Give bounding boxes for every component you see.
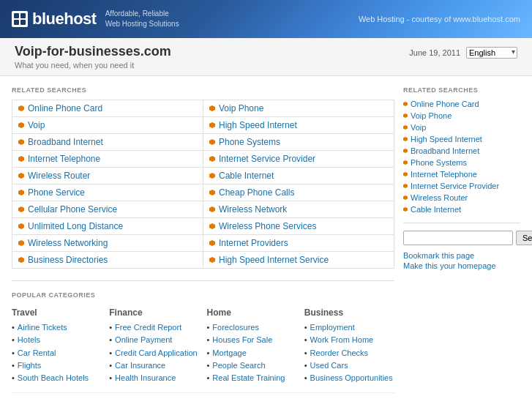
rs-link-wireless-network[interactable]: Wireless Network [209,204,388,215]
rs-link-business-directories[interactable]: Business Directories [18,255,197,265]
sidebar-related-label: RELATED SEARCHES [403,86,520,94]
sidebar-link-wireless-router[interactable]: Wireless Router [403,193,520,202]
rs-link-unlimited-ld[interactable]: Unlimited Long Distance [18,221,197,231]
rs-cell: Cellular Phone Service [12,201,203,218]
rs-link-cable-internet[interactable]: Cable Internet [209,171,388,181]
cat-link-car-insurance[interactable]: •Car Insurance [109,360,199,370]
privacy-policy-link[interactable]: Privacy Policy [12,392,394,399]
cat-link-biz-opportunities[interactable]: •Business Opportunities [304,373,394,383]
list-item: Broadband Internet [403,146,520,155]
sidebar-link-high-speed[interactable]: High Speed Internet [403,135,520,143]
rs-link-isp[interactable]: Internet Service Provider [209,154,388,164]
rs-link-internet-telephone[interactable]: Internet Telephone [18,154,197,164]
cat-link-work-from-home[interactable]: •Work From Home [304,335,394,345]
rs-cell: Internet Service Provider [203,151,394,168]
cat-link-hotels[interactable]: •Hotels [12,335,102,345]
rs-cell: High Speed Internet [203,117,394,134]
rs-bullet-icon [18,105,24,111]
sidebar-bullet-icon [403,137,408,141]
rs-bullet-icon [18,122,24,128]
rs-bullet-icon [18,206,24,212]
rs-link-wireless-router[interactable]: Wireless Router [18,171,197,181]
category-travel: Travel •Airline Tickets •Hotels •Car Ren… [12,307,102,385]
rs-cell: Wireless Network [203,201,394,218]
rs-link-high-speed-internet[interactable]: High Speed Internet [209,120,388,130]
sidebar-link-phone-systems[interactable]: Phone Systems [403,158,520,167]
cat-link-credit-card[interactable]: •Credit Card Application [109,348,199,358]
cat-title-home: Home [207,307,297,318]
bullet-icon: • [207,373,210,383]
rs-cell: Phone Systems [203,134,394,151]
sidebar-links-list: Online Phone Card Voip Phone Voip High S… [403,100,520,214]
search-input[interactable] [403,231,513,245]
rs-link-wireless-networking[interactable]: Wireless Networking [18,238,197,248]
search-button[interactable]: Search [516,231,532,245]
rs-link-internet-providers[interactable]: Internet Providers [209,238,388,248]
cat-link-foreclosures[interactable]: •Foreclosures [207,322,297,332]
cat-link-health-insurance[interactable]: •Health Insurance [109,373,199,383]
cat-link-used-cars[interactable]: •Used Cars [304,360,394,370]
cat-link-airline-tickets[interactable]: •Airline Tickets [12,322,102,332]
related-searches-label: RELATED SEARCHES [12,86,394,94]
rs-link-phone-service[interactable]: Phone Service [18,187,197,198]
cat-link-people-search[interactable]: •People Search [207,360,297,370]
sidebar-link-voip[interactable]: Voip [403,123,520,132]
list-item: Phone Systems [403,158,520,167]
rs-cell: Internet Providers [203,235,394,252]
rs-bullet-icon [209,105,215,111]
sidebar-link-online-phone-card[interactable]: Online Phone Card [403,100,520,108]
rs-link-voip[interactable]: Voip [18,120,197,130]
language-select[interactable]: English [466,47,517,59]
bullet-icon: • [207,322,210,332]
rs-bullet-icon [209,223,215,229]
popular-categories-label: POPULAR CATEGORIES [12,291,394,299]
bullet-icon: • [12,322,15,332]
bullet-icon: • [109,335,112,345]
categories-grid: Travel •Airline Tickets •Hotels •Car Ren… [12,305,394,385]
sidebar-link-voip-phone[interactable]: Voip Phone [403,111,520,120]
cat-link-flights[interactable]: •Flights [12,360,102,370]
sidebar-bullet-icon [403,207,408,212]
rs-link-broadband[interactable]: Broadband Internet [18,137,197,147]
header: bluehost Affordable, Reliable Web Hostin… [0,0,532,38]
bullet-icon: • [304,322,307,332]
homepage-link[interactable]: Make this your homepage [403,261,520,270]
logo-text: bluehost [32,10,97,29]
cat-title-business: Business [304,307,394,318]
sidebar-link-cable-internet[interactable]: Cable Internet [403,205,520,214]
cat-link-reorder-checks[interactable]: •Reorder Checks [304,348,394,358]
sidebar-link-isp[interactable]: Internet Service Provider [403,182,520,190]
sidebar-link-broadband[interactable]: Broadband Internet [403,146,520,155]
cat-link-real-estate[interactable]: •Real Estate Training [207,373,297,383]
cat-link-houses-sale[interactable]: •Houses For Sale [207,335,297,345]
cat-link-employment[interactable]: •Employment [304,322,394,332]
bullet-icon: • [109,373,112,383]
rs-bullet-icon [18,173,24,179]
rs-link-cheap-phone-calls[interactable]: Cheap Phone Calls [209,187,388,198]
language-select-wrap[interactable]: English [466,47,517,59]
rs-cell: Phone Service [12,184,203,201]
cat-link-car-rental[interactable]: •Car Rental [12,348,102,358]
rs-bullet-icon [209,206,215,212]
rs-cell: Internet Telephone [12,151,203,168]
cat-link-south-beach-hotels[interactable]: •South Beach Hotels [12,373,102,383]
rs-link-phone-systems[interactable]: Phone Systems [209,137,388,147]
sidebar-bullet-icon [403,172,408,176]
sidebar-link-internet-telephone[interactable]: Internet Telephone [403,170,520,179]
main-content: RELATED SEARCHES Online Phone Card Voip … [0,76,532,399]
rs-bullet-icon [18,257,24,263]
cat-link-online-payment[interactable]: •Online Payment [109,335,199,345]
rs-bullet-icon [209,190,215,195]
bookmark-link[interactable]: Bookmark this page [403,251,520,260]
rs-cell: Voip [12,117,203,134]
site-domain: Voip-for-businesses.com [15,44,171,59]
rs-link-wireless-phone-services[interactable]: Wireless Phone Services [209,221,388,231]
bullet-icon: • [207,335,210,345]
rs-link-voip-phone[interactable]: Voip Phone [209,103,388,113]
cat-link-mortgage[interactable]: •Mortgage [207,348,297,358]
rs-link-online-phone-card[interactable]: Online Phone Card [18,103,197,113]
rs-link-cellular[interactable]: Cellular Phone Service [18,204,197,215]
cat-link-free-credit[interactable]: •Free Credit Report [109,322,199,332]
rs-link-high-speed-service[interactable]: High Speed Internet Service [209,255,388,265]
sidebar-bullet-icon [403,184,408,188]
